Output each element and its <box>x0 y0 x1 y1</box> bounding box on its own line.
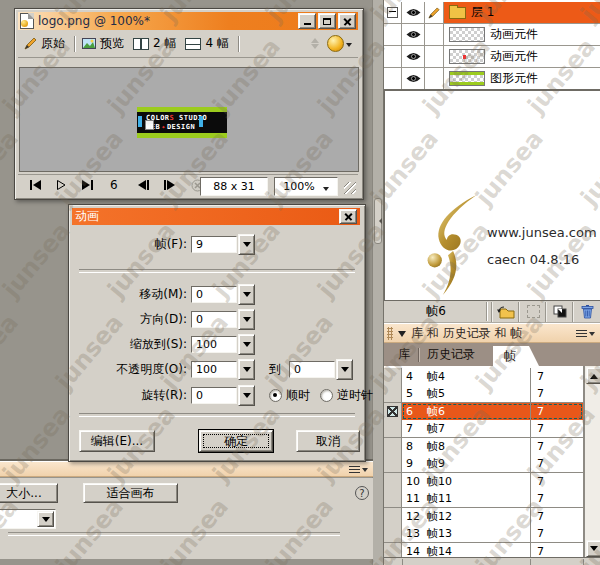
tab-original[interactable]: 原始 <box>24 35 65 52</box>
direction-label: 方向(D): <box>69 311 191 328</box>
maximize-button[interactable] <box>318 13 336 29</box>
dialog-close-button[interactable] <box>339 209 357 224</box>
frame-number: 10 <box>406 475 422 488</box>
frames-dropdown-button[interactable] <box>238 234 255 255</box>
layer-name: 层 1 <box>471 4 494 21</box>
field-row-move: 移动(M): 0 <box>69 284 365 304</box>
tab-library[interactable]: 库 <box>393 346 415 363</box>
visibility-cell[interactable] <box>402 46 425 67</box>
frames-scrollbar[interactable] <box>584 366 600 557</box>
watermark-text: junsea <box>0 309 24 395</box>
tab-preview-label: 预览 <box>100 35 124 52</box>
properties-panel: 大小... 适合画布 ? <box>0 459 373 565</box>
visibility-cell[interactable] <box>402 68 425 89</box>
field-row-rotate: 旋转(R): 0 顺时 逆时针 <box>69 385 365 405</box>
layer-row[interactable]: 图形元件 <box>384 68 600 89</box>
frame-row[interactable]: 5帧57 <box>384 385 583 403</box>
frame-row[interactable]: 10帧107 <box>384 473 583 491</box>
direction-dropdown-button[interactable] <box>238 309 255 330</box>
delete-frame-button[interactable] <box>573 302 600 322</box>
frame-row[interactable]: 9帧97 <box>384 455 583 473</box>
frame-row[interactable]: 8帧87 <box>384 438 583 456</box>
panel-divider <box>372 0 384 565</box>
opacity-input[interactable]: 100 <box>191 361 237 378</box>
fireworks-quick-export-icon[interactable] <box>327 35 344 52</box>
symbol-indicator-icon <box>145 120 154 130</box>
fit-canvas-button[interactable]: 适合画布 <box>83 483 178 503</box>
tab-2up[interactable]: 2 幅 <box>133 35 176 52</box>
first-frame-button[interactable] <box>24 177 46 193</box>
canvas-size-button[interactable]: 大小... <box>0 483 58 503</box>
resize-grip[interactable] <box>344 182 356 194</box>
panel-group-title: 库 和 历史记录 和 帧 <box>411 325 576 342</box>
move-input[interactable]: 0 <box>191 286 237 303</box>
scroll-up-button[interactable] <box>586 367 600 384</box>
last-frame-button[interactable] <box>76 177 98 193</box>
next-frame-button[interactable] <box>158 177 180 193</box>
logo-banner-artwork[interactable]: COLORS STUDIO WEB✦DESIGN <box>137 107 227 138</box>
image-icon <box>82 38 96 49</box>
move-dropdown-button[interactable] <box>238 284 255 305</box>
previous-frame-button[interactable] <box>132 177 154 193</box>
marquee-button-disabled <box>519 302 546 322</box>
onion-skinning-button[interactable] <box>546 302 573 322</box>
clockwise-radio[interactable] <box>269 389 282 402</box>
field-row-scale: 缩放到(S): 100 <box>69 334 365 354</box>
visibility-cell[interactable] <box>402 2 425 23</box>
frame-row[interactable]: 12帧127 <box>384 508 583 526</box>
frames-input[interactable]: 9 <box>191 236 237 253</box>
canvas-size-display: 88 x 31 <box>200 177 268 196</box>
visibility-cell[interactable] <box>402 24 425 45</box>
clockwise-label: 顺时 <box>286 387 310 404</box>
layers-panel: 层 1 动画元件 动画元件 图形元件 <box>384 0 600 91</box>
scale-dropdown-button[interactable] <box>238 334 255 355</box>
close-button[interactable] <box>338 13 356 29</box>
distribute-to-frames-button[interactable] <box>492 302 519 322</box>
minimize-button[interactable] <box>298 13 316 29</box>
scale-input[interactable]: 100 <box>191 336 237 353</box>
fireworks-doc-icon <box>20 13 34 29</box>
document-titlebar[interactable]: logo.png @ 100%* <box>18 12 358 30</box>
properties-options-button[interactable] <box>349 463 368 475</box>
rotate-input[interactable]: 0 <box>191 387 237 404</box>
scroll-down-button[interactable] <box>586 540 600 557</box>
tab-frames-active[interactable]: 帧 <box>493 346 539 366</box>
layer-row[interactable]: 动画元件 <box>384 24 600 46</box>
counterclockwise-radio[interactable] <box>320 389 333 402</box>
opacity-to-dropdown-button[interactable] <box>336 359 353 380</box>
onion-skin-marker-icon[interactable] <box>387 406 398 417</box>
help-button[interactable]: ? <box>355 486 369 500</box>
frame-row[interactable]: 7帧77 <box>384 420 583 438</box>
frame-row[interactable]: 11帧117 <box>384 490 583 508</box>
cancel-button[interactable]: 取消 <box>296 430 360 452</box>
properties-panel-header[interactable] <box>0 461 373 477</box>
frame-row[interactable]: 13帧137 <box>384 525 583 543</box>
layer-row-folder[interactable]: 层 1 <box>384 2 600 24</box>
panel-options-button[interactable] <box>576 327 595 339</box>
dialog-titlebar[interactable]: 动画 <box>72 208 360 225</box>
zoom-level-dropdown[interactable]: 100% <box>274 177 338 196</box>
eye-icon <box>406 30 421 39</box>
tab-preview[interactable]: 预览 <box>82 35 124 52</box>
tab-4up[interactable]: 4 幅 <box>185 35 228 52</box>
play-button[interactable] <box>50 177 72 193</box>
layer-row[interactable]: 动画元件 <box>384 46 600 68</box>
collapse-box-icon[interactable] <box>387 7 398 18</box>
opacity-dropdown-button[interactable] <box>238 359 255 380</box>
panel-collapse-handle[interactable] <box>374 198 382 244</box>
direction-input[interactable]: 0 <box>191 311 237 328</box>
canvas-color-dropdown[interactable] <box>0 509 56 529</box>
panel-group-header[interactable]: 库 和 历史记录 和 帧 <box>384 323 600 343</box>
document-canvas[interactable]: COLORS STUDIO WEB✦DESIGN <box>19 67 359 172</box>
frame-name: 帧11 <box>427 491 452 506</box>
frame-delay: 7 <box>530 438 583 455</box>
ok-button[interactable]: 确定 <box>199 430 273 452</box>
edit-button[interactable]: 编辑(E)... <box>79 430 155 452</box>
panel-grip-icon[interactable] <box>387 327 393 340</box>
frame-row[interactable]: 6帧67 <box>384 403 583 421</box>
frame-row[interactable]: 4帧47 <box>384 368 583 386</box>
opacity-to-input[interactable]: 0 <box>289 361 335 378</box>
frame-row[interactable]: 14帧147 <box>384 543 583 557</box>
rotate-dropdown-button[interactable] <box>238 385 255 406</box>
tab-history[interactable]: 历史记录 <box>422 346 480 363</box>
